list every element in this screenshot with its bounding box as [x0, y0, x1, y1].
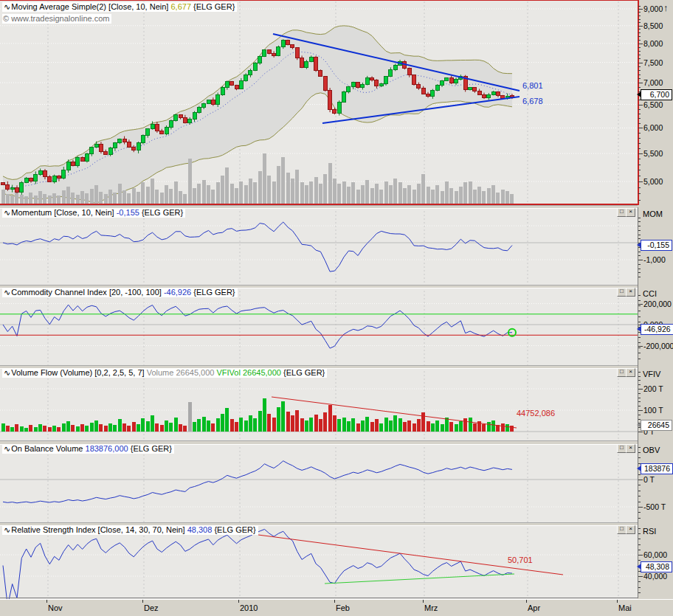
candle-body: [80, 158, 84, 161]
price-indicator-name: Moving Average Simple(2) [Close, 10, Nei…: [11, 2, 168, 11]
vfi-axis-minor-tick: [638, 372, 641, 373]
cci-indicator-value: -46,926: [164, 288, 191, 297]
vfi-bar: [244, 421, 248, 432]
rsi-axis-minor-tick: [638, 581, 641, 582]
cci-axis-value-bubble: -46,926: [641, 324, 673, 335]
volume-bar: [151, 179, 154, 204]
candle-body: [328, 90, 332, 110]
momentum-axis-minor-tick: [638, 255, 641, 256]
bottom-border: [0, 598, 638, 598]
rsi-close-button[interactable]: ×: [626, 525, 635, 534]
candle-body: [43, 171, 46, 177]
volume-bar: [137, 192, 140, 204]
vfi-bar: [221, 414, 224, 432]
volume-bar: [510, 194, 514, 204]
candle-body: [94, 144, 98, 147]
volume-bar: [183, 194, 187, 204]
vfi-bar: [43, 426, 46, 432]
price-axis-minor-tick: [638, 133, 641, 134]
rsi-axis-minor-tick: [638, 587, 641, 588]
month-tick: [617, 600, 618, 603]
vfi-bar: [449, 422, 453, 432]
vfi-bar: [337, 419, 341, 432]
volume-bar: [421, 174, 425, 204]
vfi-bar: [258, 411, 262, 432]
momentum-axis-minor-tick: [638, 260, 641, 260]
price-axis-minor-tick: [638, 109, 641, 110]
obv-axis-minor-tick: [638, 518, 641, 519]
cci-panel-header: ∿Commodity Channel Index [20, -100, 100]…: [2, 288, 238, 297]
volume-bar: [165, 185, 168, 204]
candle-body: [342, 92, 346, 103]
vfi-bar: [356, 423, 360, 432]
rsi-support-trendline[interactable]: [325, 574, 514, 584]
candle-body: [351, 82, 355, 86]
cci-close-button[interactable]: ×: [626, 288, 635, 297]
momentum-axis-minor-tick: [638, 230, 641, 231]
rsi-market: {ELG GER}: [214, 525, 255, 534]
volume-bar: [491, 185, 495, 204]
volume-bar: [356, 190, 360, 204]
volume-bar: [328, 163, 332, 204]
candle-body: [38, 171, 42, 175]
volume-bar: [389, 185, 393, 204]
volume-bar: [48, 195, 52, 204]
candle-body: [267, 50, 271, 53]
price-axis-tick-label: 7,000: [643, 78, 663, 87]
time-axis[interactable]: NovDez2010FebMrzAprMai: [0, 599, 673, 616]
volume-bar: [29, 193, 32, 204]
candle-body: [407, 69, 411, 75]
obv-axis-minor-tick: [638, 474, 641, 475]
candle-body: [118, 139, 122, 143]
volume-bar: [235, 188, 238, 204]
momentum-close-button[interactable]: ×: [626, 208, 635, 217]
volume-bar: [455, 191, 458, 204]
obv-close-button[interactable]: ×: [626, 444, 635, 453]
obv-axis-minor-tick: [638, 491, 641, 491]
obv-indicator-name: On Balance Volume: [11, 444, 83, 453]
cci-axis-minor-tick: [638, 342, 641, 343]
volume-bar: [459, 187, 463, 204]
volume-bar: [277, 166, 280, 204]
vfi-bar: [127, 426, 131, 432]
price-axis-tick-label: 5,000: [643, 177, 663, 186]
obv-indicator-value: 183876,000: [86, 444, 128, 453]
vfi-bar: [20, 426, 24, 432]
indicator-icon: ∿: [3, 444, 11, 453]
vfi-axis-minor-tick: [638, 376, 641, 377]
month-tick: [334, 600, 335, 603]
momentum-panel-header: ∿Momentum [Close, 10, Nein] -0,155 {ELG …: [2, 208, 185, 217]
volume-bar: [10, 195, 14, 204]
obv-header-chip: ∿On Balance Volume 183876,000 {ELG GER}: [2, 444, 174, 454]
obv-panel-header: ∿On Balance Volume 183876,000 {ELG GER}: [2, 444, 174, 453]
scroll-up-arrow[interactable]: ↑: [663, 2, 669, 13]
candle-body: [211, 100, 215, 104]
volume-bar: [90, 189, 94, 204]
indicator-icon: ∿: [3, 2, 11, 11]
price-axis-minor-tick: [638, 128, 641, 128]
volume-bar: [449, 188, 453, 204]
rsi-axis-tick-label: 60,000: [643, 550, 667, 559]
rsi-axis-minor-tick: [638, 592, 641, 593]
price-axis-minor-tick: [638, 36, 641, 37]
volume-bar: [463, 182, 467, 204]
volume-bar: [379, 190, 383, 204]
month-tick: [46, 600, 47, 603]
volume-bar: [239, 181, 243, 204]
vfi-bar: [10, 427, 14, 432]
indicator-icon: ∿: [3, 368, 11, 377]
vfi-bar: [94, 421, 98, 432]
momentum-axis-minor-tick: [638, 226, 641, 226]
vfi-axis-tick-label: 200 T: [643, 384, 663, 393]
vfi-bar: [413, 423, 416, 432]
obv-axis-minor-tick: [638, 496, 641, 496]
vfi-bar: [122, 423, 126, 432]
vfi-bar: [505, 424, 509, 432]
candle-body: [309, 57, 313, 61]
vfi-bar: [38, 424, 42, 432]
vfi-close-button[interactable]: ×: [626, 368, 635, 377]
momentum-axis-minor-tick: [638, 235, 641, 235]
vfi-bar: [6, 426, 10, 432]
vfi-bar: [113, 425, 117, 432]
candle-body: [57, 176, 61, 178]
